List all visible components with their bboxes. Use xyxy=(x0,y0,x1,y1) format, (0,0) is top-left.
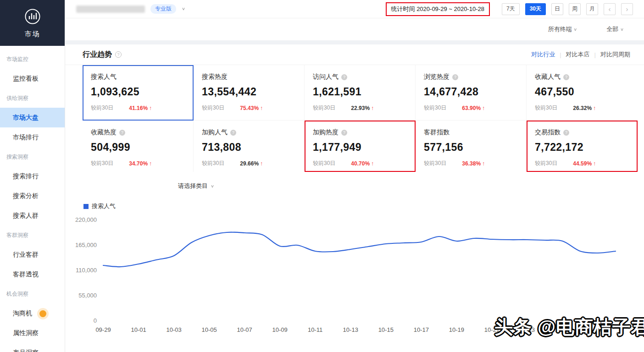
chevron-down-icon: ∨ xyxy=(211,184,214,188)
change-percent: 44.59% xyxy=(573,160,592,167)
sidebar-item-monitor-board[interactable]: 监控看板 xyxy=(0,69,65,88)
granularity-week-button[interactable]: 周 xyxy=(569,3,581,15)
sidebar-item-label: 淘商机 xyxy=(13,309,32,317)
compare-label: 较前30日 xyxy=(91,160,113,167)
section-divider xyxy=(65,40,644,44)
sidebar-item-search-analysis[interactable]: 搜索分析 xyxy=(0,186,65,206)
granularity-day-button[interactable]: 日 xyxy=(551,3,563,15)
info-icon[interactable] xyxy=(563,130,569,136)
change-percent: 63.90% xyxy=(462,105,481,111)
change-percent: 75.43% xyxy=(240,105,259,111)
change-percent: 22.93% xyxy=(351,105,370,111)
svg-text:165,000: 165,000 xyxy=(75,242,97,248)
info-icon[interactable] xyxy=(341,74,347,80)
separator: | xyxy=(594,51,596,58)
metric-value: 713,808 xyxy=(202,141,296,154)
up-arrow-icon: ↑ xyxy=(593,160,596,167)
chevron-down-icon[interactable]: ∨ xyxy=(182,6,185,11)
sidebar-item-search-ranking[interactable]: 搜索排行 xyxy=(0,166,65,186)
compare-label: 较前30日 xyxy=(535,160,557,167)
compare-label: 较前30日 xyxy=(202,160,224,167)
legend-swatch xyxy=(83,204,89,209)
metric-value: 467,550 xyxy=(535,86,629,98)
info-icon[interactable] xyxy=(341,130,347,136)
sidebar-app-header: 市场 xyxy=(0,0,65,46)
legend-label: 搜索人气 xyxy=(92,202,116,210)
range-30d-button[interactable]: 30天 xyxy=(525,3,546,15)
metric-card-favorite-heat[interactable]: 收藏热度 504,999 较前30日34.70%↑ xyxy=(83,121,194,172)
metric-card-visit-popularity[interactable]: 访问人气 1,621,591 较前30日22.93%↑ xyxy=(305,65,416,121)
metric-card-search-popularity[interactable]: 搜索人气 1,093,625 较前30日41.16%↑ xyxy=(83,65,194,121)
info-icon[interactable] xyxy=(230,130,236,136)
metric-value: 13,554,442 xyxy=(202,86,296,98)
svg-text:10-07: 10-07 xyxy=(237,326,252,333)
metric-label: 收藏热度 xyxy=(91,128,117,137)
metric-value: 14,677,428 xyxy=(424,86,518,98)
granularity-month-button[interactable]: 月 xyxy=(586,3,598,15)
metric-value: 577,156 xyxy=(424,141,518,154)
info-icon[interactable] xyxy=(115,51,122,58)
sidebar-item-attribute-insight[interactable]: 属性洞察 xyxy=(0,323,65,343)
sidebar-section-customer-insight: 客群洞察 xyxy=(0,226,65,245)
terminal-filter-label: 所有终端 xyxy=(548,26,572,33)
sidebar-item-customer-perspective[interactable]: 客群透视 xyxy=(0,264,65,284)
scope-filter-dropdown[interactable]: 全部 ∨ xyxy=(606,25,624,33)
info-icon[interactable] xyxy=(119,130,125,136)
market-app-icon xyxy=(24,8,41,27)
svg-text:220,000: 220,000 xyxy=(75,216,97,223)
info-icon[interactable] xyxy=(563,74,569,80)
metric-card-browse-heat[interactable]: 浏览热度 14,677,428 较前30日63.90%↑ xyxy=(416,65,527,121)
compare-shop-link[interactable]: 对比本店 xyxy=(566,50,590,59)
metric-card-cart-heat[interactable]: 加购热度 1,177,949 较前30日40.70%↑ xyxy=(305,121,416,172)
up-arrow-icon: ↑ xyxy=(371,160,374,167)
metric-card-transaction-index[interactable]: 交易指数 7,722,172 较前30日44.59%↑ xyxy=(527,121,638,172)
svg-text:09-29: 09-29 xyxy=(95,326,111,333)
metric-card-search-heat[interactable]: 搜索热度 13,554,442 较前30日75.43%↑ xyxy=(194,65,305,121)
change-percent: 41.16% xyxy=(129,105,148,111)
svg-text:0: 0 xyxy=(94,317,97,324)
compare-label: 较前30日 xyxy=(313,104,335,112)
svg-text:10-17: 10-17 xyxy=(414,326,429,333)
sidebar-item-market-overview[interactable]: 市场大盘 xyxy=(0,108,65,127)
up-arrow-icon: ↑ xyxy=(260,160,263,167)
compare-period-link[interactable]: 对比同周期 xyxy=(600,50,630,59)
metric-card-customer-index[interactable]: 客群指数 577,156 较前30日36.38%↑ xyxy=(416,121,527,172)
metric-card-favorite-popularity[interactable]: 收藏人气 467,550 较前30日26.32%↑ xyxy=(527,65,638,121)
prev-period-button[interactable]: ‹ xyxy=(604,3,616,15)
metric-label: 收藏人气 xyxy=(535,73,561,81)
metric-cards-grid: 搜索人气 1,093,625 较前30日41.16%↑ 搜索热度 13,554,… xyxy=(83,65,638,172)
compare-label: 较前30日 xyxy=(91,104,113,112)
stat-time-range: 统计时间 2020-09-29 ~ 2020-10-28 xyxy=(386,2,490,16)
scope-filter-label: 全部 xyxy=(606,26,618,33)
metric-label: 客群指数 xyxy=(424,128,450,137)
metric-label: 浏览热度 xyxy=(424,73,450,81)
metric-label: 交易指数 xyxy=(535,128,561,137)
svg-text:10-01: 10-01 xyxy=(131,326,146,333)
info-icon[interactable] xyxy=(452,74,458,80)
sidebar-section-market-monitor: 市场监控 xyxy=(0,50,65,69)
range-7d-button[interactable]: 7天 xyxy=(502,3,520,15)
svg-text:10-11: 10-11 xyxy=(308,326,322,333)
terminal-filter-dropdown[interactable]: 所有终端 ∨ xyxy=(548,25,577,33)
up-arrow-icon: ↑ xyxy=(260,105,263,111)
topbar: 专业版 ∨ 统计时间 2020-09-29 ~ 2020-10-28 7天 30… xyxy=(65,0,644,18)
watermark: 头条 @电商桔子君 xyxy=(494,314,644,340)
notification-dot xyxy=(39,310,46,317)
metric-card-cart-popularity[interactable]: 加购人气 713,808 较前30日29.66%↑ xyxy=(194,121,305,172)
next-period-button[interactable]: › xyxy=(621,3,633,15)
sidebar-item-industry-customers[interactable]: 行业客群 xyxy=(0,245,65,264)
metric-label: 加购热度 xyxy=(313,128,339,137)
sidebar-item-tao-opportunity[interactable]: 淘商机 xyxy=(0,303,65,323)
panel-header: 行业趋势 对比行业 | 对比本店 | 对比同周期 xyxy=(65,44,644,65)
svg-text:55,000: 55,000 xyxy=(78,292,97,299)
sidebar-item-search-audience[interactable]: 搜索人群 xyxy=(0,206,65,226)
sidebar-item-market-ranking[interactable]: 市场排行 xyxy=(0,127,65,147)
metric-label: 加购人气 xyxy=(202,128,228,137)
up-arrow-icon: ↑ xyxy=(149,160,152,167)
category-select-dropdown[interactable]: 请选择类目 ∨ xyxy=(178,182,214,190)
compare-industry-link[interactable]: 对比行业 xyxy=(531,50,555,59)
page-title: 行业趋势 xyxy=(83,50,122,60)
change-percent: 29.66% xyxy=(240,160,259,167)
sidebar-item-product-insight[interactable]: 产品洞察 xyxy=(0,343,65,352)
up-arrow-icon: ↑ xyxy=(371,105,374,111)
